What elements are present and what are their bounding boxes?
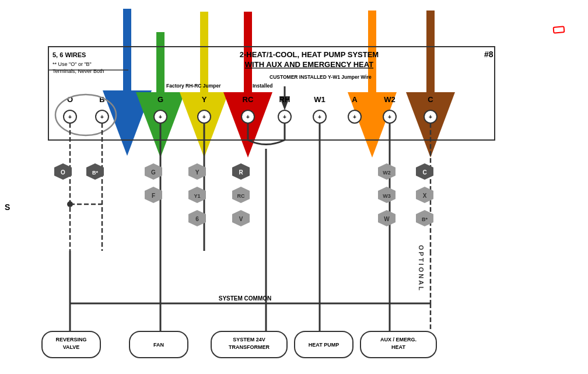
- svg-text:RC: RC: [243, 95, 254, 104]
- svg-text:Terminals, Never Both: Terminals, Never Both: [52, 68, 104, 74]
- svg-text:W2: W2: [384, 95, 396, 104]
- svg-point-33: [383, 110, 396, 123]
- svg-text:Y: Y: [195, 169, 200, 176]
- svg-text:** Use "O" or "B": ** Use "O" or "B": [52, 61, 92, 67]
- svg-marker-115: [416, 210, 433, 226]
- svg-text:W1: W1: [314, 95, 326, 104]
- svg-point-27: [278, 110, 291, 123]
- svg-point-17: [64, 110, 76, 123]
- svg-text:O: O: [61, 169, 65, 176]
- svg-text:TRANSFORMER: TRANSFORMER: [229, 344, 270, 350]
- svg-text:RH: RH: [279, 95, 290, 104]
- svg-text:HEAT PUMP: HEAT PUMP: [309, 342, 339, 348]
- svg-point-56: [67, 201, 73, 207]
- svg-marker-93: [188, 163, 206, 180]
- svg-text:F: F: [152, 193, 155, 199]
- svg-text:+: +: [429, 114, 432, 120]
- svg-marker-105: [378, 163, 396, 180]
- svg-text:FAN: FAN: [153, 342, 164, 348]
- svg-text:S: S: [5, 202, 10, 212]
- svg-point-35: [424, 110, 437, 123]
- svg-marker-113: [416, 187, 433, 203]
- svg-text:W2: W2: [383, 170, 391, 176]
- svg-text:SYSTEM 24V: SYSTEM 24V: [233, 337, 265, 342]
- svg-text:+: +: [388, 114, 391, 120]
- svg-text:+: +: [202, 114, 206, 120]
- svg-text:2-HEAT/1-COOL, HEAT PUMP SYSTE: 2-HEAT/1-COOL, HEAT PUMP SYSTEM: [240, 50, 379, 59]
- svg-text:W: W: [384, 216, 390, 222]
- svg-text:+: +: [353, 114, 356, 120]
- svg-text:+: +: [283, 114, 286, 120]
- svg-marker-95: [188, 187, 206, 203]
- svg-text:R: R: [239, 169, 243, 176]
- svg-marker-107: [378, 187, 396, 203]
- svg-text:RC: RC: [237, 193, 245, 199]
- svg-text:O: O: [67, 95, 73, 104]
- svg-marker-99: [232, 163, 250, 180]
- svg-point-29: [313, 110, 326, 123]
- svg-text:#8: #8: [484, 50, 494, 59]
- svg-rect-80: [295, 331, 353, 358]
- svg-text:C: C: [428, 95, 433, 104]
- svg-text:REVERSING: REVERSING: [55, 337, 86, 342]
- svg-text:WITH AUX AND EMERGENCY HEAT: WITH AUX AND EMERGENCY HEAT: [245, 60, 373, 69]
- svg-text:G: G: [158, 95, 163, 104]
- svg-text:C: C: [422, 169, 426, 176]
- svg-text:5, 6 WIRES: 5, 6 WIRES: [52, 51, 86, 58]
- svg-text:G: G: [151, 169, 156, 176]
- svg-marker-91: [145, 187, 162, 203]
- svg-text:+: +: [68, 114, 72, 120]
- svg-text:B: B: [99, 95, 104, 104]
- svg-point-25: [242, 110, 254, 123]
- svg-marker-109: [378, 210, 396, 226]
- svg-text:6: 6: [195, 216, 199, 222]
- svg-text:SYSTEM COMMON: SYSTEM COMMON: [219, 295, 272, 302]
- svg-text:HEAT: HEAT: [391, 344, 405, 350]
- svg-text:A: A: [352, 95, 358, 104]
- svg-marker-103: [232, 210, 250, 226]
- svg-text:+: +: [159, 114, 162, 120]
- svg-marker-85: [54, 163, 72, 180]
- svg-point-19: [96, 110, 108, 123]
- svg-rect-72: [42, 331, 100, 358]
- svg-text:V: V: [239, 216, 243, 222]
- not-used-badge: [553, 26, 565, 34]
- svg-text:+: +: [318, 114, 321, 120]
- svg-rect-77: [211, 331, 287, 358]
- svg-text:X: X: [423, 193, 427, 199]
- svg-text:Installed: Installed: [253, 83, 272, 89]
- svg-marker-111: [416, 163, 433, 180]
- svg-point-23: [198, 110, 211, 123]
- svg-text:AUX / EMERG.: AUX / EMERG.: [380, 337, 416, 342]
- svg-text:Factory RH-RC Jumper: Factory RH-RC Jumper: [166, 83, 221, 89]
- svg-text:CUSTOMER INSTALLED Y-W1 Jumper: CUSTOMER INSTALLED Y-W1 Jumper Wire: [270, 74, 372, 80]
- svg-marker-97: [188, 210, 206, 226]
- svg-text:B*: B*: [422, 216, 428, 222]
- svg-text:W3: W3: [383, 193, 391, 199]
- svg-rect-75: [130, 331, 188, 358]
- svg-text:+: +: [246, 114, 250, 120]
- svg-text:OPTIONAL: OPTIONAL: [418, 245, 425, 292]
- svg-marker-101: [232, 187, 250, 203]
- svg-point-31: [348, 110, 361, 123]
- svg-text:Y: Y: [202, 95, 207, 104]
- svg-marker-89: [145, 163, 162, 180]
- svg-text:Y1: Y1: [194, 193, 200, 199]
- svg-rect-82: [360, 331, 436, 358]
- svg-text:+: +: [100, 114, 104, 120]
- svg-text:VALVE: VALVE: [63, 344, 80, 350]
- svg-marker-87: [86, 163, 104, 180]
- svg-text:B*: B*: [92, 170, 98, 176]
- svg-point-47: [55, 95, 116, 135]
- svg-rect-15: [48, 47, 495, 140]
- svg-point-21: [154, 110, 167, 123]
